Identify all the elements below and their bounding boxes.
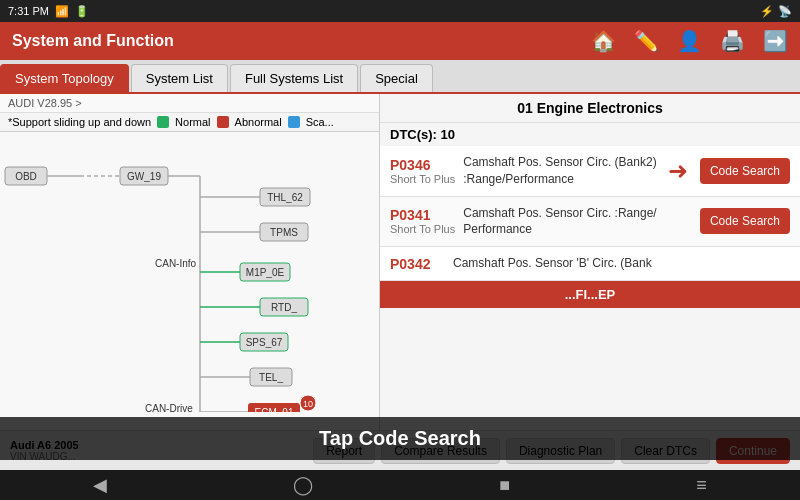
svg-text:GW_19: GW_19 [127,171,161,182]
signal-icon: 📶 [55,5,69,18]
home-icon[interactable]: 🏠 [591,29,616,53]
edit-icon[interactable]: ✏️ [634,29,659,53]
bluetooth-icon: ⚡ [760,5,774,18]
dtc-panel: 01 Engine Electronics DTC(s): 10 P0346 S… [380,94,800,430]
dtc-code-2: P0341 [390,207,455,223]
nav-bar: ◀ ◯ ■ ≡ [0,470,800,500]
breadcrumb: AUDI V28.95 > [0,94,379,113]
normal-legend-label: Normal [175,116,210,128]
tab-system-list[interactable]: System List [131,64,228,92]
code-search-button-2[interactable]: Code Search [700,208,790,234]
svg-text:CAN-Drive: CAN-Drive [145,403,193,412]
dtc-sub-2: Short To Plus [390,223,455,235]
abnormal-legend-dot [217,116,229,128]
arrow-right-icon: ➜ [668,157,688,185]
abnormal-legend-label: Abnormal [235,116,282,128]
recent-nav-icon[interactable]: ■ [499,475,510,496]
tab-special[interactable]: Special [360,64,433,92]
back-nav-icon[interactable]: ◀ [93,474,107,496]
normal-legend-dot [157,116,169,128]
dtc-sub-1: Short To Plus [390,173,455,185]
user-icon[interactable]: 👤 [677,29,702,53]
dtc-code-1: P0346 [390,157,455,173]
dtc-header: 01 Engine Electronics [380,94,800,123]
svg-text:SPS_67: SPS_67 [246,337,283,348]
topology-tree: OBD GW_19 THL_62 [0,132,379,430]
battery-icon: 🔋 [75,5,89,18]
exit-icon[interactable]: ➡️ [763,29,788,53]
svg-text:TEL_: TEL_ [259,372,283,383]
page-title: System and Function [12,32,174,50]
dtc-count: DTC(s): 10 [380,123,800,146]
title-icons: 🏠 ✏️ 👤 🖨️ ➡️ [591,29,788,53]
svg-text:RTD_: RTD_ [271,302,297,313]
svg-text:OBD: OBD [15,171,37,182]
menu-nav-icon[interactable]: ≡ [696,475,707,496]
scan-legend-dot [288,116,300,128]
dtc-desc-3: Camshaft Pos. Sensor 'B' Circ. (Bank [453,255,790,272]
svg-text:ECM_01: ECM_01 [255,407,294,412]
tab-full-systems-list[interactable]: Full Systems List [230,64,358,92]
dtc-code-3: P0342 [390,256,445,272]
dtc-row: P0346 Short To Plus Camshaft Pos. Sensor… [380,146,800,197]
svg-text:THL_62: THL_62 [267,192,303,203]
scan-legend-label: Sca... [306,116,334,128]
topology-panel: AUDI V28.95 > *Support sliding up and do… [0,94,380,430]
dtc-desc-1: Camshaft Pos. Sensor Circ. (Bank2) :Rang… [463,154,660,188]
home-nav-icon[interactable]: ◯ [293,474,313,496]
print-icon[interactable]: 🖨️ [720,29,745,53]
wifi-icon: 📡 [778,5,792,18]
code-search-button-1[interactable]: Code Search [700,158,790,184]
tab-bar: System Topology System List Full Systems… [0,60,800,94]
tab-system-topology[interactable]: System Topology [0,64,129,92]
dtc-row: P0342 Camshaft Pos. Sensor 'B' Circ. (Ba… [380,247,800,281]
legend-bar: *Support sliding up and down Normal Abno… [0,113,379,132]
svg-text:M1P_0E: M1P_0E [246,267,285,278]
svg-text:TPMS: TPMS [270,227,298,238]
dtc-row: P0341 Short To Plus Camshaft Pos. Sensor… [380,197,800,248]
dtc-desc-2: Camshaft Pos. Sensor Circ. :Range/ Perfo… [463,205,692,239]
red-bar: ...FI...EP [380,281,800,308]
svg-text:10: 10 [303,399,313,409]
legend-prefix: *Support sliding up and down [8,116,151,128]
svg-text:CAN-Info: CAN-Info [155,258,197,269]
status-bar: 7:31 PM 📶 🔋 ⚡ 📡 [0,0,800,22]
time-display: 7:31 PM [8,5,49,17]
title-bar: System and Function 🏠 ✏️ 👤 🖨️ ➡️ [0,22,800,60]
tooltip-overlay: Tap Code Search [0,417,800,460]
